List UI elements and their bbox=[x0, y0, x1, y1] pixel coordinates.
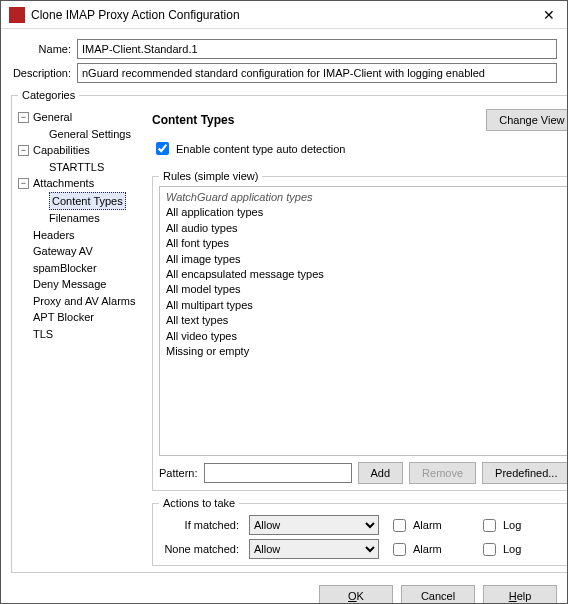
tree-item[interactable]: −Attachments bbox=[18, 175, 146, 192]
tree-label: Headers bbox=[33, 227, 75, 244]
list-item[interactable]: WatchGuard application types bbox=[166, 190, 563, 205]
tree-bullet bbox=[18, 295, 29, 306]
tree-bullet bbox=[18, 262, 29, 273]
tree-label: Attachments bbox=[33, 175, 94, 192]
tree-item[interactable]: STARTTLS bbox=[18, 159, 146, 176]
alarm-label: Alarm bbox=[413, 543, 442, 555]
tree-label: TLS bbox=[33, 326, 53, 343]
none-matched-select[interactable]: Allow bbox=[249, 539, 379, 559]
if-matched-alarm-checkbox[interactable] bbox=[393, 519, 406, 532]
description-field[interactable] bbox=[77, 63, 557, 83]
add-button[interactable]: Add bbox=[358, 462, 404, 484]
tree-label: Content Types bbox=[49, 192, 126, 211]
window-title: Clone IMAP Proxy Action Configuration bbox=[31, 8, 539, 22]
if-matched-log-checkbox[interactable] bbox=[483, 519, 496, 532]
if-matched-select[interactable]: Allow bbox=[249, 515, 379, 535]
tree-item[interactable]: APT Blocker bbox=[18, 309, 146, 326]
collapse-icon[interactable]: − bbox=[18, 112, 29, 123]
tree-bullet bbox=[34, 213, 45, 224]
tree-item[interactable]: TLS bbox=[18, 326, 146, 343]
name-label: Name: bbox=[11, 43, 71, 55]
list-item[interactable]: All encapsulated message types bbox=[166, 267, 563, 282]
list-item[interactable]: All model types bbox=[166, 282, 563, 297]
tree-label: APT Blocker bbox=[33, 309, 94, 326]
tree-item[interactable]: Proxy and AV Alarms bbox=[18, 293, 146, 310]
tree-label: spamBlocker bbox=[33, 260, 97, 277]
tree-item[interactable]: −Capabilities bbox=[18, 142, 146, 159]
ok-button[interactable]: OK bbox=[319, 585, 393, 604]
if-matched-label: If matched: bbox=[159, 519, 239, 531]
tree-label: Proxy and AV Alarms bbox=[33, 293, 136, 310]
list-item[interactable]: All image types bbox=[166, 252, 563, 267]
rules-fieldset: Rules (simple view) WatchGuard applicati… bbox=[152, 170, 568, 491]
titlebar: Clone IMAP Proxy Action Configuration ✕ bbox=[1, 1, 567, 29]
list-item[interactable]: All application types bbox=[166, 205, 563, 220]
name-field[interactable] bbox=[77, 39, 557, 59]
rules-list[interactable]: WatchGuard application typesAll applicat… bbox=[159, 186, 568, 456]
change-view-button[interactable]: Change View bbox=[486, 109, 568, 131]
tree-label: Gateway AV bbox=[33, 243, 93, 260]
app-icon bbox=[9, 7, 25, 23]
tree-bullet bbox=[18, 312, 29, 323]
log-label: Log bbox=[503, 543, 521, 555]
tree-item[interactable]: Gateway AV bbox=[18, 243, 146, 260]
none-matched-log-checkbox[interactable] bbox=[483, 543, 496, 556]
tree-item[interactable]: spamBlocker bbox=[18, 260, 146, 277]
tree-item[interactable]: Content Types bbox=[18, 192, 146, 211]
tree-item[interactable]: Filenames bbox=[18, 210, 146, 227]
tree-item[interactable]: General Settings bbox=[18, 126, 146, 143]
tree-label: General bbox=[33, 109, 72, 126]
collapse-icon[interactable]: − bbox=[18, 145, 29, 156]
actions-legend: Actions to take bbox=[159, 497, 239, 509]
list-item[interactable]: Missing or empty bbox=[166, 344, 563, 359]
tree-label: Deny Message bbox=[33, 276, 106, 293]
tree-bullet bbox=[18, 229, 29, 240]
cancel-button[interactable]: Cancel bbox=[401, 585, 475, 604]
tree-bullet bbox=[34, 128, 45, 139]
tree-item[interactable]: Deny Message bbox=[18, 276, 146, 293]
collapse-icon[interactable]: − bbox=[18, 178, 29, 189]
tree-bullet bbox=[34, 195, 45, 206]
pattern-label: Pattern: bbox=[159, 467, 198, 479]
list-item[interactable]: All text types bbox=[166, 313, 563, 328]
panel-title: Content Types bbox=[152, 113, 234, 127]
help-button[interactable]: Help bbox=[483, 585, 557, 604]
none-matched-alarm-checkbox[interactable] bbox=[393, 543, 406, 556]
alarm-label: Alarm bbox=[413, 519, 442, 531]
tree-label: STARTTLS bbox=[49, 159, 104, 176]
none-matched-label: None matched: bbox=[159, 543, 239, 555]
enable-auto-label: Enable content type auto detection bbox=[176, 143, 345, 155]
tree-label: Capabilities bbox=[33, 142, 90, 159]
description-label: Description: bbox=[11, 67, 71, 79]
list-item[interactable]: All audio types bbox=[166, 221, 563, 236]
tree-bullet bbox=[18, 246, 29, 257]
log-label: Log bbox=[503, 519, 521, 531]
remove-button[interactable]: Remove bbox=[409, 462, 476, 484]
categories-legend: Categories bbox=[18, 89, 79, 101]
tree-label: General Settings bbox=[49, 126, 131, 143]
close-icon[interactable]: ✕ bbox=[539, 7, 559, 23]
enable-auto-checkbox[interactable] bbox=[156, 142, 169, 155]
tree-label: Filenames bbox=[49, 210, 100, 227]
list-item[interactable]: All multipart types bbox=[166, 298, 563, 313]
tree-item[interactable]: Headers bbox=[18, 227, 146, 244]
list-item[interactable]: All video types bbox=[166, 329, 563, 344]
tree-item[interactable]: −General bbox=[18, 109, 146, 126]
categories-fieldset: Categories −GeneralGeneral Settings−Capa… bbox=[11, 89, 568, 573]
actions-fieldset: Actions to take If matched: Allow Alarm … bbox=[152, 497, 568, 566]
list-item[interactable]: All font types bbox=[166, 236, 563, 251]
categories-tree[interactable]: −GeneralGeneral Settings−CapabilitiesSTA… bbox=[18, 109, 146, 566]
rules-legend: Rules (simple view) bbox=[159, 170, 262, 182]
tree-bullet bbox=[34, 161, 45, 172]
tree-bullet bbox=[18, 328, 29, 339]
tree-bullet bbox=[18, 279, 29, 290]
predefined-button[interactable]: Predefined... bbox=[482, 462, 568, 484]
pattern-input[interactable] bbox=[204, 463, 352, 483]
